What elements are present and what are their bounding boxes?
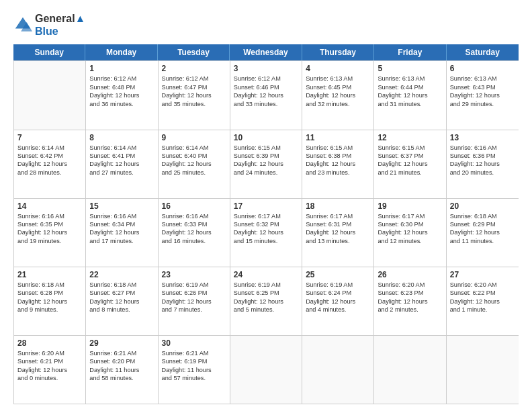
- calendar-cell: 17Sunrise: 6:17 AM Sunset: 6:32 PM Dayli…: [230, 199, 302, 267]
- calendar-cell: [447, 336, 519, 404]
- calendar-cell: 13Sunrise: 6:16 AM Sunset: 6:36 PM Dayli…: [447, 130, 519, 198]
- calendar-cell: 7Sunrise: 6:14 AM Sunset: 6:42 PM Daylig…: [14, 130, 86, 198]
- day-info: Sunrise: 6:19 AM Sunset: 6:24 PM Dayligh…: [306, 281, 370, 314]
- day-info: Sunrise: 6:14 AM Sunset: 6:41 PM Dayligh…: [89, 144, 154, 177]
- day-info: Sunrise: 6:17 AM Sunset: 6:30 PM Dayligh…: [378, 212, 442, 246]
- calendar-cell: 22Sunrise: 6:18 AM Sunset: 6:27 PM Dayli…: [86, 267, 158, 335]
- calendar-cell: 20Sunrise: 6:18 AM Sunset: 6:29 PM Dayli…: [447, 199, 519, 267]
- day-info: Sunrise: 6:20 AM Sunset: 6:22 PM Dayligh…: [450, 281, 515, 314]
- calendar-cell: 3Sunrise: 6:12 AM Sunset: 6:46 PM Daylig…: [230, 61, 302, 129]
- calendar: SundayMondayTuesdayWednesdayThursdayFrid…: [13, 44, 519, 404]
- calendar-row-2: 7Sunrise: 6:14 AM Sunset: 6:42 PM Daylig…: [14, 130, 519, 198]
- day-number: 25: [306, 270, 370, 279]
- calendar-cell: 5Sunrise: 6:13 AM Sunset: 6:44 PM Daylig…: [374, 61, 446, 129]
- day-info: Sunrise: 6:20 AM Sunset: 6:23 PM Dayligh…: [378, 281, 442, 314]
- day-number: 7: [17, 133, 82, 142]
- calendar-cell: 9Sunrise: 6:14 AM Sunset: 6:40 PM Daylig…: [159, 130, 230, 198]
- header-day-tuesday: Tuesday: [158, 44, 230, 60]
- day-info: Sunrise: 6:20 AM Sunset: 6:21 PM Dayligh…: [17, 349, 82, 383]
- header-day-monday: Monday: [85, 44, 157, 60]
- calendar-cell: 25Sunrise: 6:19 AM Sunset: 6:24 PM Dayli…: [302, 267, 374, 335]
- calendar-cell: 16Sunrise: 6:16 AM Sunset: 6:33 PM Dayli…: [159, 199, 230, 267]
- calendar-cell: 29Sunrise: 6:21 AM Sunset: 6:20 PM Dayli…: [86, 336, 158, 404]
- day-info: Sunrise: 6:19 AM Sunset: 6:26 PM Dayligh…: [162, 281, 226, 314]
- day-number: 16: [162, 201, 226, 211]
- calendar-header: SundayMondayTuesdayWednesdayThursdayFrid…: [13, 44, 519, 60]
- calendar-cell: 19Sunrise: 6:17 AM Sunset: 6:30 PM Dayli…: [374, 199, 446, 267]
- day-number: 20: [450, 201, 515, 211]
- day-info: Sunrise: 6:18 AM Sunset: 6:28 PM Dayligh…: [17, 281, 82, 314]
- day-info: Sunrise: 6:21 AM Sunset: 6:20 PM Dayligh…: [89, 349, 154, 383]
- calendar-cell: 26Sunrise: 6:20 AM Sunset: 6:23 PM Dayli…: [374, 267, 446, 335]
- calendar-cell: 2Sunrise: 6:12 AM Sunset: 6:47 PM Daylig…: [159, 61, 230, 129]
- calendar-cell: 4Sunrise: 6:13 AM Sunset: 6:45 PM Daylig…: [302, 61, 374, 129]
- day-info: Sunrise: 6:16 AM Sunset: 6:35 PM Dayligh…: [17, 212, 82, 246]
- day-number: 2: [162, 64, 226, 73]
- day-info: Sunrise: 6:15 AM Sunset: 6:39 PM Dayligh…: [234, 144, 298, 177]
- calendar-cell: 14Sunrise: 6:16 AM Sunset: 6:35 PM Dayli…: [14, 199, 86, 267]
- header-day-saturday: Saturday: [447, 44, 519, 60]
- day-number: 27: [450, 270, 515, 279]
- day-number: 28: [17, 338, 82, 348]
- calendar-cell: [374, 336, 446, 404]
- day-info: Sunrise: 6:12 AM Sunset: 6:47 PM Dayligh…: [162, 75, 226, 108]
- calendar-cell: 27Sunrise: 6:20 AM Sunset: 6:22 PM Dayli…: [447, 267, 519, 335]
- logo-icon: [13, 15, 32, 34]
- header-day-sunday: Sunday: [13, 44, 85, 60]
- day-number: 12: [378, 133, 442, 142]
- calendar-cell: 12Sunrise: 6:15 AM Sunset: 6:37 PM Dayli…: [374, 130, 446, 198]
- calendar-row-1: 1Sunrise: 6:12 AM Sunset: 6:48 PM Daylig…: [14, 60, 519, 129]
- calendar-cell: 24Sunrise: 6:19 AM Sunset: 6:25 PM Dayli…: [230, 267, 302, 335]
- calendar-row-4: 21Sunrise: 6:18 AM Sunset: 6:28 PM Dayli…: [14, 267, 519, 335]
- day-info: Sunrise: 6:21 AM Sunset: 6:19 PM Dayligh…: [162, 349, 226, 383]
- day-number: 3: [234, 64, 298, 73]
- calendar-cell: 23Sunrise: 6:19 AM Sunset: 6:26 PM Dayli…: [159, 267, 230, 335]
- calendar-cell: [14, 61, 86, 129]
- day-number: 5: [378, 64, 442, 73]
- header-day-thursday: Thursday: [302, 44, 374, 60]
- logo-line1: General▲: [35, 12, 85, 25]
- day-info: Sunrise: 6:12 AM Sunset: 6:46 PM Dayligh…: [234, 75, 298, 108]
- day-number: 21: [17, 270, 82, 279]
- day-info: Sunrise: 6:18 AM Sunset: 6:29 PM Dayligh…: [450, 212, 515, 246]
- day-number: 17: [234, 201, 298, 211]
- calendar-cell: 28Sunrise: 6:20 AM Sunset: 6:21 PM Dayli…: [14, 336, 86, 404]
- calendar-cell: 21Sunrise: 6:18 AM Sunset: 6:28 PM Dayli…: [14, 267, 86, 335]
- day-info: Sunrise: 6:17 AM Sunset: 6:31 PM Dayligh…: [306, 212, 370, 246]
- calendar-cell: 10Sunrise: 6:15 AM Sunset: 6:39 PM Dayli…: [230, 130, 302, 198]
- day-number: 8: [89, 133, 154, 142]
- calendar-cell: 8Sunrise: 6:14 AM Sunset: 6:41 PM Daylig…: [86, 130, 158, 198]
- day-number: 26: [378, 270, 442, 279]
- day-info: Sunrise: 6:14 AM Sunset: 6:40 PM Dayligh…: [162, 144, 226, 177]
- day-info: Sunrise: 6:16 AM Sunset: 6:34 PM Dayligh…: [89, 212, 154, 246]
- day-info: Sunrise: 6:17 AM Sunset: 6:32 PM Dayligh…: [234, 212, 298, 246]
- logo-line2: Blue: [35, 25, 85, 38]
- day-info: Sunrise: 6:15 AM Sunset: 6:37 PM Dayligh…: [378, 144, 442, 177]
- day-info: Sunrise: 6:13 AM Sunset: 6:44 PM Dayligh…: [378, 75, 442, 108]
- day-info: Sunrise: 6:18 AM Sunset: 6:27 PM Dayligh…: [89, 281, 154, 314]
- day-number: 22: [89, 270, 154, 279]
- header-day-friday: Friday: [374, 44, 446, 60]
- day-number: 19: [378, 201, 442, 211]
- day-number: 29: [89, 338, 154, 348]
- calendar-cell: 18Sunrise: 6:17 AM Sunset: 6:31 PM Dayli…: [302, 199, 374, 267]
- day-info: Sunrise: 6:13 AM Sunset: 6:43 PM Dayligh…: [450, 75, 515, 108]
- day-info: Sunrise: 6:19 AM Sunset: 6:25 PM Dayligh…: [234, 281, 298, 314]
- day-info: Sunrise: 6:14 AM Sunset: 6:42 PM Dayligh…: [17, 144, 82, 177]
- calendar-row-3: 14Sunrise: 6:16 AM Sunset: 6:35 PM Dayli…: [14, 198, 519, 267]
- day-number: 10: [234, 133, 298, 142]
- calendar-cell: 1Sunrise: 6:12 AM Sunset: 6:48 PM Daylig…: [86, 61, 158, 129]
- logo: General▲ Blue: [13, 12, 85, 38]
- day-number: 24: [234, 270, 298, 279]
- day-number: 18: [306, 201, 370, 211]
- day-number: 6: [450, 64, 515, 73]
- day-number: 14: [17, 201, 82, 211]
- day-number: 13: [450, 133, 515, 142]
- calendar-cell: 11Sunrise: 6:15 AM Sunset: 6:38 PM Dayli…: [302, 130, 374, 198]
- calendar-cell: 6Sunrise: 6:13 AM Sunset: 6:43 PM Daylig…: [447, 61, 519, 129]
- day-info: Sunrise: 6:12 AM Sunset: 6:48 PM Dayligh…: [89, 75, 154, 108]
- day-number: 1: [89, 64, 154, 73]
- calendar-cell: 15Sunrise: 6:16 AM Sunset: 6:34 PM Dayli…: [86, 199, 158, 267]
- day-number: 23: [162, 270, 226, 279]
- page: General▲ Blue SundayMondayTuesdayWednesd…: [0, 0, 532, 411]
